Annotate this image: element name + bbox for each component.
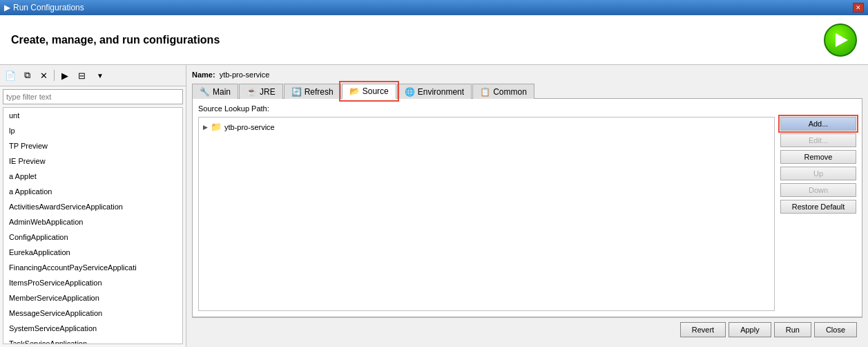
- main-icon: 🔧: [200, 87, 210, 97]
- add-button[interactable]: Add...: [780, 117, 856, 131]
- new-config-button[interactable]: 📄: [3, 68, 18, 83]
- list-item[interactable]: AdminWebApplication: [3, 214, 182, 229]
- side-buttons: Add... Edit... Remove Up Down Restore De…: [780, 117, 856, 311]
- edit-button[interactable]: Edit...: [780, 133, 856, 147]
- list-item[interactable]: MemberServiceApplication: [3, 290, 182, 306]
- tab-jre[interactable]: ☕ JRE: [239, 84, 283, 99]
- project-label: ytb-pro-service: [224, 123, 275, 131]
- down-button[interactable]: Down: [780, 183, 856, 197]
- common-icon: 📋: [480, 87, 490, 97]
- source-project-item[interactable]: ▶ 📁 ytb-pro-service: [202, 120, 771, 133]
- close-dialog-button[interactable]: Close: [814, 322, 857, 337]
- up-button[interactable]: Up: [780, 167, 856, 180]
- dropdown-button[interactable]: ▼: [90, 68, 110, 83]
- page-title: Create, manage, and run configurations: [11, 34, 220, 46]
- tab-common[interactable]: 📋 Common: [472, 84, 534, 99]
- tab-jre-label: JRE: [260, 87, 276, 97]
- tab-main-label: Main: [213, 87, 231, 97]
- tab-environment[interactable]: 🌐 Environment: [397, 84, 472, 99]
- tab-source[interactable]: 📂 Source: [342, 84, 396, 99]
- config-tree-list[interactable]: unt lp TP Preview IE Preview a Applet a …: [3, 107, 183, 344]
- list-item[interactable]: EurekaApplication: [3, 245, 182, 260]
- list-item[interactable]: MessageServiceApplication: [3, 306, 182, 321]
- source-tree-area: ▶ 📁 ytb-pro-service Add... Edit... Remov…: [198, 117, 856, 311]
- jre-icon: ☕: [247, 87, 257, 97]
- duplicate-config-button[interactable]: ⧉: [19, 68, 35, 83]
- separator-1: [54, 70, 55, 81]
- title-bar-text: Run Configurations: [13, 3, 84, 12]
- environment-icon: 🌐: [405, 87, 415, 97]
- collapse-button[interactable]: ⊟: [74, 68, 89, 83]
- remove-button[interactable]: Remove: [780, 150, 856, 164]
- list-item[interactable]: ConfigApplication: [3, 229, 182, 245]
- list-item[interactable]: lp: [3, 123, 182, 138]
- tab-source-label: Source: [363, 86, 389, 96]
- restore-default-button[interactable]: Restore Default: [780, 200, 856, 214]
- list-item[interactable]: TaskServiceApplication: [3, 336, 182, 344]
- left-toolbar: 📄 ⧉ ✕ ▶ ⊟ ▼: [0, 65, 186, 86]
- tab-common-label: Common: [493, 87, 527, 97]
- refresh-icon: 🔄: [291, 87, 302, 97]
- name-value: ytb-pro-service: [220, 71, 270, 79]
- close-button[interactable]: ✕: [853, 3, 864, 12]
- tab-refresh-label: Refresh: [305, 87, 334, 97]
- name-row: Name: ytb-pro-service: [192, 71, 862, 79]
- source-tree: ▶ 📁 ytb-pro-service: [198, 117, 775, 311]
- expand-arrow-icon: ▶: [203, 124, 208, 131]
- bottom-bar: Revert Apply Run Close: [192, 317, 862, 341]
- list-item[interactable]: SystemServiceApplication: [3, 321, 182, 336]
- list-item[interactable]: unt: [3, 108, 182, 123]
- tab-environment-label: Environment: [418, 87, 464, 97]
- tab-refresh[interactable]: 🔄 Refresh: [284, 84, 341, 99]
- source-lookup-label: Source Lookup Path:: [198, 104, 856, 113]
- title-bar: ▶ Run Configurations ✕: [0, 0, 868, 15]
- list-item[interactable]: ActivitiesAwardServiceApplication: [3, 199, 182, 214]
- run-button[interactable]: Run: [774, 322, 811, 337]
- tab-content-source: Source Lookup Path: ▶ 📁 ytb-pro-service …: [192, 99, 862, 317]
- run-icon[interactable]: [824, 24, 857, 57]
- folder-icon: 📁: [211, 122, 222, 132]
- list-item[interactable]: ItemsProServiceApplication: [3, 275, 182, 290]
- list-item[interactable]: a Application: [3, 184, 182, 199]
- name-label: Name:: [192, 71, 215, 79]
- tab-main[interactable]: 🔧 Main: [192, 84, 238, 99]
- apply-button[interactable]: Apply: [729, 322, 771, 337]
- list-item[interactable]: IE Preview: [3, 153, 182, 169]
- left-panel: 📄 ⧉ ✕ ▶ ⊟ ▼ unt lp TP Preview IE Preview…: [0, 65, 186, 347]
- filter-input[interactable]: [3, 89, 183, 104]
- source-icon: 📂: [349, 86, 360, 96]
- revert-button[interactable]: Revert: [680, 322, 726, 337]
- header: Create, manage, and run configurations: [0, 15, 868, 65]
- app-icon: ▶: [4, 3, 10, 12]
- content-area: 📄 ⧉ ✕ ▶ ⊟ ▼ unt lp TP Preview IE Preview…: [0, 65, 868, 347]
- list-item[interactable]: TP Preview: [3, 138, 182, 153]
- right-panel: Name: ytb-pro-service 🔧 Main ☕ JRE 🔄 Ref…: [186, 65, 868, 347]
- title-bar-controls: ✕: [853, 3, 864, 12]
- filter-button[interactable]: ▶: [57, 68, 73, 83]
- list-item[interactable]: FinancingAccountPayServiceApplicati: [3, 260, 182, 275]
- list-item[interactable]: a Applet: [3, 169, 182, 184]
- dialog: Create, manage, and run configurations 📄…: [0, 15, 868, 347]
- delete-config-button[interactable]: ✕: [36, 68, 51, 83]
- tabs-container: 🔧 Main ☕ JRE 🔄 Refresh 📂 Source 🌐: [192, 83, 862, 99]
